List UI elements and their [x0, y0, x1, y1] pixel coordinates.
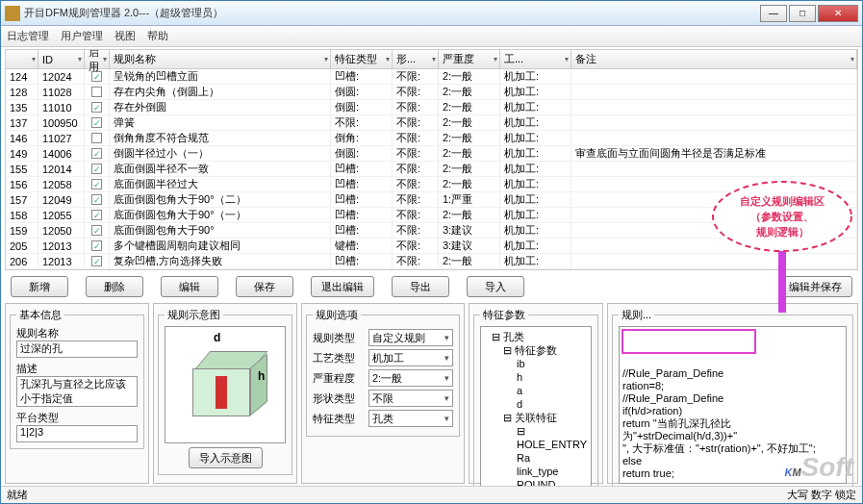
table-row[interactable]: 137100950✓弹簧不限:不限:2:一般机加工: — [6, 115, 857, 131]
sev-label: 严重程度 — [313, 371, 363, 386]
close-button[interactable]: ✕ — [818, 5, 858, 22]
options-panel: 规则选项 规则类型自定义规则 工艺类型机加工 严重程度2:一般 形状类型不限 特… — [301, 303, 465, 484]
table-row[interactable]: 21413032✓共面小孔分组报告孔类:不限:3:建议机加工: — [6, 269, 857, 270]
menu-log[interactable]: 日志管理 — [7, 29, 49, 43]
diagram-legend: 规则示意图 — [165, 308, 223, 322]
table-row[interactable]: 12811028存在内尖角（倒圆上）倒圆:不限:2:一般机加工: — [6, 85, 857, 100]
save-button[interactable]: 保存 — [236, 276, 293, 297]
menu-help[interactable]: 帮助 — [147, 29, 168, 43]
severity-select[interactable]: 2:一般 — [368, 369, 453, 387]
basic-panel: 基本信息 规则名称 过深的孔 描述 孔深孔与直径之比应该小于指定值 平台类型 1… — [5, 303, 149, 484]
col-severity[interactable]: 严重度 — [439, 50, 500, 68]
diagram-panel: 规则示意图 d h 导入示意图 — [153, 303, 297, 484]
feat-label: 特征类型 — [313, 412, 363, 426]
type-label: 规则类型 — [313, 331, 363, 345]
export-button[interactable]: 导出 — [392, 276, 449, 297]
desc-label: 描述 — [16, 362, 138, 376]
params-panel: 特征参数 ⊟ 孔类⊟ 特征参数ibhad⊟ 关联特征⊟ HOLE_ENTRYRa… — [469, 303, 603, 484]
feature-tree[interactable]: ⊟ 孔类⊟ 特征参数ibhad⊟ 关联特征⊟ HOLE_ENTRYRalink_… — [480, 326, 592, 486]
label-d: d — [214, 331, 220, 344]
menu-user[interactable]: 用户管理 — [61, 29, 103, 43]
rule-name-input[interactable]: 过深的孔 — [16, 340, 138, 358]
add-button[interactable]: 新增 — [11, 276, 68, 297]
code-legend: 规则... — [619, 308, 654, 322]
window-title: 开目DFM规则管理器 2.0---（超级管理员） — [24, 6, 760, 20]
col-ftype[interactable]: 特征类型 — [331, 50, 393, 68]
shape-select[interactable]: 不限 — [368, 390, 453, 407]
col-id[interactable]: ID — [38, 50, 85, 68]
grid-header[interactable]: ID 启用 规则名称 特征类型 形... 严重度 工... 备注 — [6, 50, 857, 69]
plat-label: 平台类型 — [16, 411, 138, 425]
proc-label: 工艺类型 — [313, 351, 363, 365]
params-legend: 特征参数 — [480, 308, 528, 322]
col-index[interactable] — [6, 50, 38, 68]
maximize-button[interactable]: □ — [789, 5, 816, 22]
rule-type-select[interactable]: 自定义规则 — [368, 329, 453, 346]
highlight-box — [622, 329, 756, 354]
options-legend: 规则选项 — [313, 308, 361, 322]
table-row[interactable]: 13511010✓存在外倒圆倒圆:不限:2:一般机加工: — [6, 100, 857, 115]
col-note[interactable]: 备注 — [571, 50, 857, 68]
import-diagram-button[interactable]: 导入示意图 — [189, 447, 263, 468]
name-label: 规则名称 — [16, 326, 138, 340]
table-row[interactable]: 14611027倒角角度不符合规范倒角:不限:2:一般机加工: — [6, 131, 857, 146]
watermark-logo: KMSoft — [784, 452, 853, 483]
feature-select[interactable]: 孔类 — [368, 410, 453, 427]
label-h: h — [258, 369, 265, 383]
proc-type-select[interactable]: 机加工 — [368, 349, 453, 366]
edit-button[interactable]: 编辑 — [161, 276, 218, 297]
status-right: 大写 数字 锁定 — [787, 488, 856, 502]
callout-cloud: 自定义规则编辑区（参数设置、规则逻辑） — [705, 173, 859, 260]
menu-view[interactable]: 视图 — [114, 29, 136, 43]
app-icon — [5, 6, 20, 21]
detail-area: 基本信息 规则名称 过深的孔 描述 孔深孔与直径之比应该小于指定值 平台类型 1… — [1, 301, 862, 486]
table-row[interactable]: 12412024✓呈锐角的凹槽立面凹槽:不限:2:一般机加工: — [6, 69, 857, 85]
edit-data-button[interactable]: 编辑并保存 — [778, 276, 852, 297]
col-enable[interactable]: 启用 — [85, 50, 110, 68]
statusbar: 就绪 大写 数字 锁定 — [1, 486, 862, 503]
rule-desc-input[interactable]: 孔深孔与直径之比应该小于指定值 — [16, 376, 138, 407]
shape-label: 形状类型 — [313, 391, 363, 406]
col-name[interactable]: 规则名称 — [110, 50, 331, 68]
delete-button[interactable]: 删除 — [86, 276, 143, 297]
import-button[interactable]: 导入 — [467, 276, 524, 297]
toolbar: 新增 删除 编辑 保存 退出编辑 导出 导入 编辑并保存 — [1, 272, 862, 301]
titlebar[interactable]: 开目DFM规则管理器 2.0---（超级管理员） ― □ ✕ — [1, 1, 862, 26]
col-shape[interactable]: 形... — [393, 50, 439, 68]
basic-legend: 基本信息 — [16, 308, 64, 322]
exit-edit-button[interactable]: 退出编辑 — [311, 276, 374, 297]
status-left: 就绪 — [7, 488, 28, 502]
platform-input[interactable]: 1|2|3 — [16, 425, 138, 442]
minimize-button[interactable]: ― — [760, 5, 787, 22]
table-row[interactable]: 14914006✓倒圆半径过小（一）倒圆:不限:2:一般机加工:审查底面与立面间… — [6, 146, 857, 162]
menubar: 日志管理 用户管理 视图 帮助 — [1, 26, 862, 47]
col-proc[interactable]: 工... — [500, 50, 571, 68]
diagram-view: d h — [165, 326, 286, 443]
